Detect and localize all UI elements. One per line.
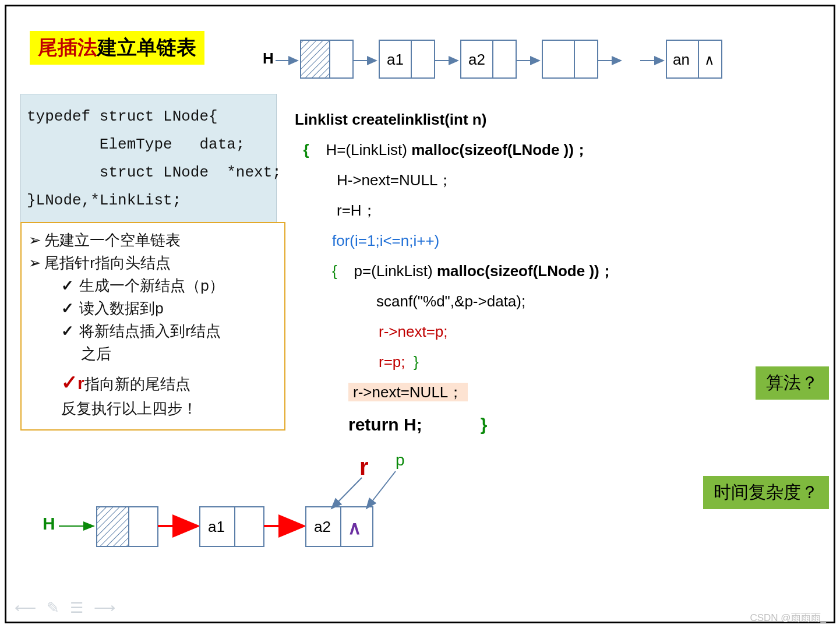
pen-icon[interactable]: ✎ [47,599,59,617]
title-red: 尾插法 [38,36,97,58]
step-r1: ✓r指向新的尾结点 [61,368,277,397]
label-an-top: an [673,51,690,68]
code-l2: H->next=NULL； [337,165,615,195]
triangle-icon: ➢ [29,229,40,252]
code-rn: r->next=p; [379,316,615,347]
svg-rect-25 [235,507,264,546]
list-icon[interactable]: ☰ [70,599,83,617]
step-1: ➢ 先建立一个空单链表 [29,229,277,252]
svg-rect-22 [129,507,158,546]
steps-box: ➢ 先建立一个空单链表 ➢ 尾指针r指向头结点 ✓ 生成一个新结点（p） ✓ 读… [20,222,285,431]
code-block: Linklist createlinklist(int n) { H=(Link… [295,104,615,442]
check-icon: ✓ [61,297,75,320]
typedef-l1: typedef struct LNode{ [27,103,270,130]
label-a2-top: a2 [468,51,485,68]
label-caret-bot: ∧ [348,517,361,538]
code-sig: Linklist createlinklist(int n) [295,104,615,135]
step-c1: ✓ 生成一个新结点（p） [61,274,277,297]
typedef-l4: }LNode,*LinkList; [27,186,270,214]
check-icon: ✓ [61,320,75,343]
time-complexity-label: 时间复杂度？ [703,476,829,509]
svg-rect-12 [574,40,598,78]
label-a1-bot: a1 [208,518,225,535]
check-icon-red: ✓ [61,371,77,393]
svg-rect-2 [301,40,330,78]
typedef-l3: struct LNode *next; [27,158,270,186]
svg-rect-21 [97,507,129,546]
step-2: ➢ 尾指针r指向头结点 [29,252,277,274]
linked-list-diagram-bottom: r p H a1 a2 ∧ [36,446,420,565]
code-l1: { H=(LinkList) malloc(sizeof(LNode ))； [295,135,615,165]
label-a2-bot: a2 [314,518,331,535]
title-box: 尾插法建立单链表 [30,31,204,65]
svg-rect-11 [542,40,574,78]
linked-list-diagram-top: H a1 a2 an ∧ [263,34,746,89]
label-H-bot: H [43,514,55,533]
svg-line-19 [366,471,396,509]
code-scan: scanf("%d",&p->data); [376,286,615,316]
step-c3: ✓ 将新结点插入到r结点 [61,320,277,343]
typedef-box: typedef struct LNode{ ElemType data; str… [20,94,277,223]
svg-line-18 [331,478,362,509]
title-black: 建立单链表 [97,36,196,58]
code-ret: return H;} [295,407,615,442]
check-icon: ✓ [61,274,75,297]
step-c3b: 之后 [81,343,277,365]
step-c2: ✓ 读入数据到p [61,297,277,320]
watermark: CSDN @雨雨雨_ [750,611,826,625]
label-p: p [396,451,405,469]
arrow-right-icon[interactable]: ⟶ [94,599,115,617]
triangle-icon: ➢ [29,252,40,274]
slide-frame: 尾插法建立单链表 H a1 a2 [5,5,835,623]
svg-rect-6 [411,40,435,78]
algorithm-label: 算法？ [756,366,829,400]
step-r2: 反复执行以上四步！ [61,397,277,420]
typedef-l2: ElemType data; [27,130,270,158]
svg-rect-9 [493,40,516,78]
code-rp: r=p; } [295,347,615,377]
label-a1-top: a1 [387,51,404,68]
nav-controls: ⟵ ✎ ☰ ⟶ [15,599,115,617]
code-p1: { p=(LinkList) malloc(sizeof(LNode ))； [295,256,615,286]
svg-rect-3 [330,40,353,78]
label-caret-top: ∧ [704,52,715,68]
code-null: r->next=NULL； [348,377,615,407]
code-l3: r=H； [337,195,615,225]
label-r: r [359,454,369,479]
label-H-top: H [263,50,274,67]
code-for: for(i=1;i<=n;i++) [332,225,615,256]
arrow-left-icon[interactable]: ⟵ [15,599,36,617]
